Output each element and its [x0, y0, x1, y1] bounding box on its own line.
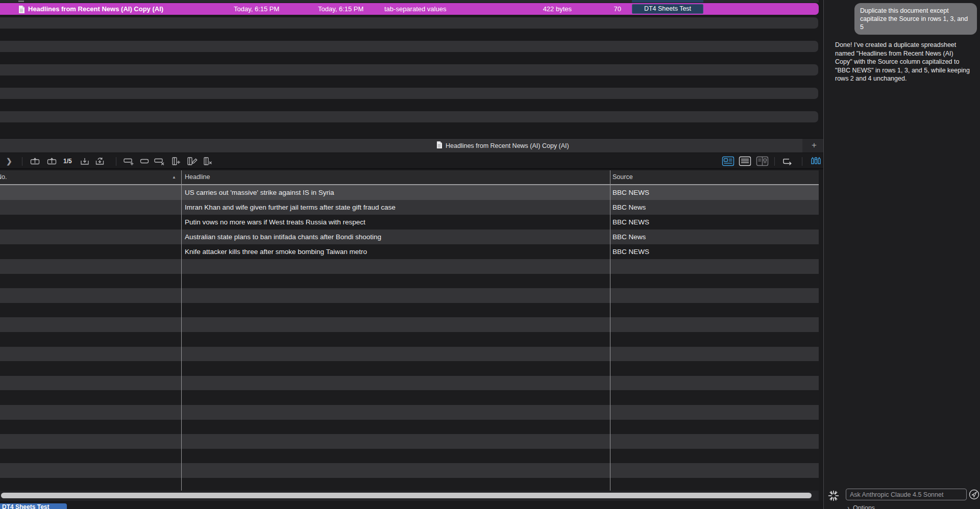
- table-row[interactable]: 3Putin vows no more wars if West treats …: [0, 215, 819, 230]
- toolbar-separator: [116, 157, 116, 166]
- sidebar-selected-group[interactable]: DT4 Sheets Test: [0, 503, 67, 509]
- item-list-row-partial: [0, 0, 819, 3]
- empty-file-row: [0, 17, 818, 29]
- toolbar-separator: [802, 157, 802, 166]
- cell-source[interactable]: BBC NEWS: [612, 215, 649, 230]
- row-icon[interactable]: [139, 153, 150, 169]
- cell-no[interactable]: 3: [0, 215, 179, 230]
- ai-sparkle-icon: [828, 490, 839, 503]
- selected-file-row[interactable]: Headlines from Recent News (AI) Copy (AI…: [0, 3, 819, 15]
- column-divider[interactable]: [610, 170, 610, 491]
- chevron-right-icon: ›: [847, 504, 849, 509]
- options-disclosure[interactable]: › Options: [847, 504, 875, 509]
- table-row[interactable]: 5Knife attacker kills three after smoke …: [0, 244, 819, 259]
- cell-source[interactable]: BBC NEWS: [612, 185, 649, 200]
- add-column-icon[interactable]: [171, 153, 181, 169]
- ai-chat-panel: Duplicate this document except capitaliz…: [824, 0, 980, 509]
- horizontal-scrollbar-track[interactable]: [0, 491, 819, 501]
- view-standard-icon[interactable]: [722, 153, 734, 169]
- edit-column-icon[interactable]: [186, 153, 198, 169]
- cell-no[interactable]: 4: [0, 230, 179, 244]
- empty-file-row: [0, 111, 818, 122]
- file-name: Headlines from Recent News (AI) Copy (AI…: [28, 3, 163, 15]
- column-header-no[interactable]: No.: [0, 170, 179, 184]
- record-page-indicator: 1/5: [63, 153, 72, 169]
- next-record-icon[interactable]: [46, 153, 57, 169]
- import-record-icon[interactable]: [80, 153, 90, 169]
- empty-file-row: [0, 64, 818, 75]
- horizontal-scrollbar-thumb[interactable]: [1, 493, 812, 498]
- table-body: 1US carries out 'massive' strike against…: [0, 185, 819, 259]
- file-count: 70: [597, 3, 621, 15]
- column-header-source[interactable]: Source: [612, 170, 633, 184]
- column-header-headline[interactable]: Headline: [185, 170, 210, 184]
- editing-tools-icon[interactable]: [810, 153, 822, 169]
- toolbar-separator: [774, 157, 775, 166]
- file-size: 422 bytes: [526, 3, 572, 15]
- devonthink-window: Headlines from Recent News (AI) Copy (AI…: [0, 0, 980, 509]
- delete-row-icon[interactable]: [154, 153, 165, 169]
- cell-source[interactable]: BBC News: [612, 230, 646, 244]
- send-button[interactable]: [969, 489, 979, 500]
- cell-no[interactable]: 5: [0, 244, 179, 259]
- cell-headline[interactable]: Putin vows no more wars if West treats R…: [185, 215, 365, 230]
- table-header: No. ▲ Headline Source: [0, 170, 819, 184]
- sheet-toolbar: ❯ 1/5: [0, 153, 823, 169]
- document-icon: [18, 5, 24, 17]
- add-row-icon[interactable]: [123, 153, 134, 169]
- update-record-icon[interactable]: [94, 153, 105, 169]
- view-book-icon[interactable]: [756, 153, 769, 169]
- delete-column-icon[interactable]: [203, 153, 213, 169]
- location-badge[interactable]: DT4 Sheets Test: [632, 4, 703, 14]
- options-label: Options: [853, 504, 875, 509]
- cell-headline[interactable]: US carries out 'massive' strike against …: [185, 185, 334, 200]
- file-kind: tab-separated values: [384, 3, 446, 15]
- document-tab-title: Headlines from Recent News (AI) Copy (AI…: [446, 142, 569, 149]
- wrap-text-icon[interactable]: [781, 153, 793, 169]
- previous-record-icon[interactable]: [30, 153, 40, 169]
- cell-no[interactable]: 2: [0, 200, 179, 215]
- table-row[interactable]: 1US carries out 'massive' strike against…: [0, 185, 819, 200]
- new-tab-button[interactable]: +: [808, 139, 820, 152]
- location-badge-partial: [632, 0, 703, 3]
- cell-headline[interactable]: Knife attacker kills three after smoke b…: [185, 244, 367, 259]
- bottom-strip: DT4 Sheets Test: [0, 501, 823, 509]
- table-row[interactable]: 2Imran Khan and wife given further jail …: [0, 200, 819, 215]
- ai-prompt-input[interactable]: [846, 489, 967, 500]
- file-date-modified: Today, 6:15 PM: [318, 3, 363, 15]
- user-message-bubble: Duplicate this document except capitaliz…: [854, 3, 977, 35]
- empty-file-row: [0, 88, 818, 99]
- sidebar-toggle-chevron-icon[interactable]: ❯: [6, 157, 12, 165]
- cell-source[interactable]: BBC NEWS: [612, 244, 649, 259]
- cell-no[interactable]: 1: [0, 185, 179, 200]
- toolbar-separator: [22, 157, 22, 166]
- document-tab[interactable]: Headlines from Recent News (AI) Copy (AI…: [436, 139, 569, 152]
- cell-headline[interactable]: Australian state plans to ban intifada c…: [185, 230, 381, 244]
- document-tab-bar: Headlines from Recent News (AI) Copy (AI…: [0, 138, 823, 153]
- empty-file-row: [0, 41, 818, 52]
- cell-headline[interactable]: Imran Khan and wife given further jail t…: [185, 200, 396, 215]
- column-divider[interactable]: [181, 170, 182, 491]
- cell-source[interactable]: BBC News: [612, 200, 646, 215]
- file-date-added: Today, 6:15 PM: [234, 3, 279, 15]
- document-icon: [18, 1, 24, 2]
- table-row[interactable]: 4Australian state plans to ban intifada …: [0, 230, 819, 244]
- sort-ascending-icon: ▲: [172, 170, 176, 184]
- assistant-message: Done! I've created a duplicate spreadshe…: [835, 41, 972, 83]
- view-document-icon[interactable]: [739, 153, 751, 169]
- item-list: Headlines from Recent News (AI) Copy (AI…: [0, 0, 823, 138]
- empty-table-rows: [0, 259, 819, 491]
- document-icon: [436, 141, 442, 150]
